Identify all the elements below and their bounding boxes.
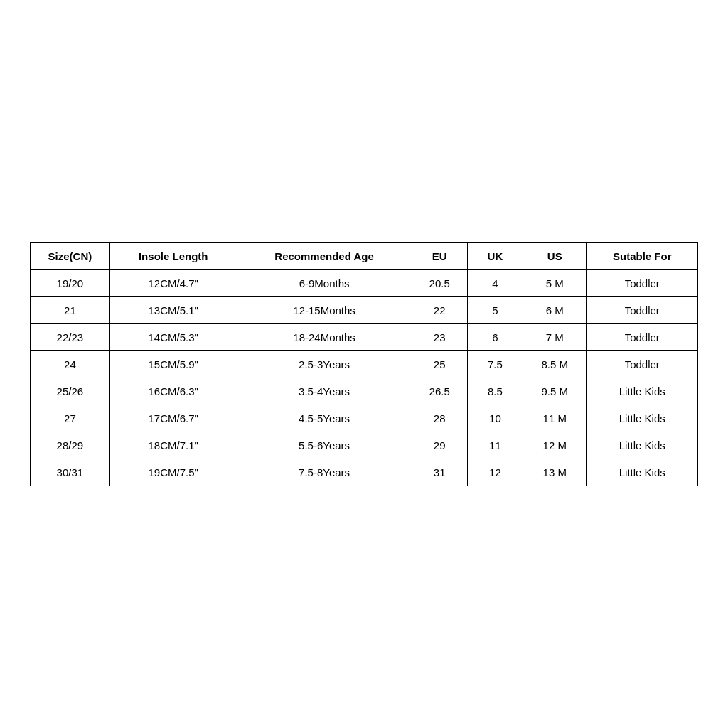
cell-us: 5 M xyxy=(523,269,587,296)
header-us: US xyxy=(523,242,587,269)
cell-insole: 19CM/7.5" xyxy=(109,459,237,486)
cell-insole: 13CM/5.1" xyxy=(109,296,237,323)
size-chart-container: Size(CN) Insole Length Recommended Age E… xyxy=(30,242,698,486)
table-row: 25/2616CM/6.3"3.5-4Years26.58.59.5 MLitt… xyxy=(31,378,698,405)
cell-uk: 11 xyxy=(467,432,523,459)
cell-suitable: Toddler xyxy=(587,296,698,323)
cell-uk: 12 xyxy=(467,459,523,486)
cell-insole: 16CM/6.3" xyxy=(109,378,237,405)
cell-age: 3.5-4Years xyxy=(237,378,412,405)
table-header-row: Size(CN) Insole Length Recommended Age E… xyxy=(31,242,698,269)
cell-us: 7 M xyxy=(523,323,587,350)
cell-insole: 18CM/7.1" xyxy=(109,432,237,459)
cell-suitable: Little Kids xyxy=(587,432,698,459)
cell-insole: 17CM/6.7" xyxy=(109,405,237,432)
cell-eu: 28 xyxy=(412,405,467,432)
header-eu: EU xyxy=(412,242,467,269)
cell-age: 7.5-8Years xyxy=(237,459,412,486)
header-suitable: Sutable For xyxy=(587,242,698,269)
cell-size: 28/29 xyxy=(31,432,110,459)
header-age: Recommended Age xyxy=(237,242,412,269)
cell-insole: 14CM/5.3" xyxy=(109,323,237,350)
table-row: 28/2918CM/7.1"5.5-6Years291112 MLittle K… xyxy=(31,432,698,459)
cell-size: 25/26 xyxy=(31,378,110,405)
header-size: Size(CN) xyxy=(31,242,110,269)
table-row: 2415CM/5.9"2.5-3Years257.58.5 MToddler xyxy=(31,350,698,378)
cell-age: 5.5-6Years xyxy=(237,432,412,459)
cell-size: 22/23 xyxy=(31,323,110,350)
cell-eu: 31 xyxy=(412,459,467,486)
cell-size: 24 xyxy=(31,350,110,378)
cell-age: 2.5-3Years xyxy=(237,350,412,378)
cell-suitable: Little Kids xyxy=(587,405,698,432)
cell-eu: 25 xyxy=(412,350,467,378)
cell-size: 30/31 xyxy=(31,459,110,486)
cell-us: 12 M xyxy=(523,432,587,459)
table-row: 2113CM/5.1"12-15Months2256 MToddler xyxy=(31,296,698,323)
header-insole: Insole Length xyxy=(109,242,237,269)
cell-us: 9.5 M xyxy=(523,378,587,405)
table-row: 30/3119CM/7.5"7.5-8Years311213 MLittle K… xyxy=(31,459,698,486)
table-row: 19/2012CM/4.7"6-9Months20.545 MToddler xyxy=(31,269,698,296)
cell-size: 19/20 xyxy=(31,269,110,296)
cell-suitable: Little Kids xyxy=(587,378,698,405)
cell-insole: 12CM/4.7" xyxy=(109,269,237,296)
cell-uk: 5 xyxy=(467,296,523,323)
cell-eu: 26.5 xyxy=(412,378,467,405)
cell-eu: 22 xyxy=(412,296,467,323)
cell-age: 4.5-5Years xyxy=(237,405,412,432)
cell-uk: 6 xyxy=(467,323,523,350)
cell-suitable: Toddler xyxy=(587,269,698,296)
cell-us: 8.5 M xyxy=(523,350,587,378)
header-uk: UK xyxy=(467,242,523,269)
cell-insole: 15CM/5.9" xyxy=(109,350,237,378)
cell-uk: 7.5 xyxy=(467,350,523,378)
cell-eu: 29 xyxy=(412,432,467,459)
cell-size: 27 xyxy=(31,405,110,432)
cell-uk: 10 xyxy=(467,405,523,432)
cell-eu: 23 xyxy=(412,323,467,350)
size-chart-table: Size(CN) Insole Length Recommended Age E… xyxy=(30,242,698,486)
cell-suitable: Toddler xyxy=(587,323,698,350)
cell-suitable: Little Kids xyxy=(587,459,698,486)
cell-us: 13 M xyxy=(523,459,587,486)
cell-us: 11 M xyxy=(523,405,587,432)
cell-uk: 8.5 xyxy=(467,378,523,405)
table-row: 2717CM/6.7"4.5-5Years281011 MLittle Kids xyxy=(31,405,698,432)
cell-age: 18-24Months xyxy=(237,323,412,350)
cell-suitable: Toddler xyxy=(587,350,698,378)
cell-uk: 4 xyxy=(467,269,523,296)
cell-size: 21 xyxy=(31,296,110,323)
cell-eu: 20.5 xyxy=(412,269,467,296)
table-row: 22/2314CM/5.3"18-24Months2367 MToddler xyxy=(31,323,698,350)
cell-age: 12-15Months xyxy=(237,296,412,323)
cell-age: 6-9Months xyxy=(237,269,412,296)
cell-us: 6 M xyxy=(523,296,587,323)
